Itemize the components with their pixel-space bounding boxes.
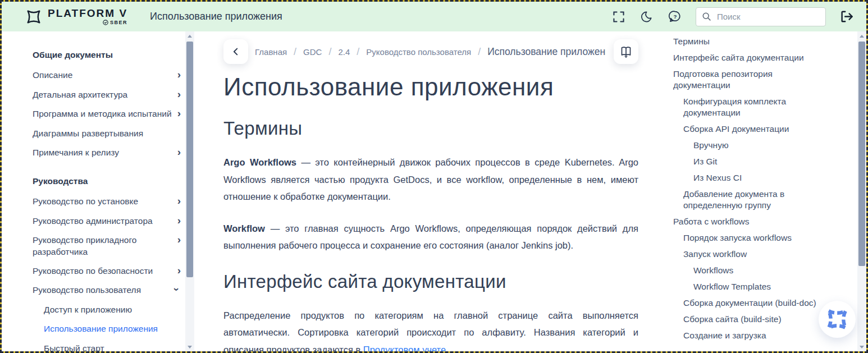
sber-check-icon (103, 20, 108, 25)
left-sidebar: Общие документы Описание › Детальная арх… (2, 31, 185, 351)
sidebar-item-description[interactable]: Описание › (33, 70, 181, 81)
breadcrumb: Главная / GDC / 2.4 / Руководство пользо… (255, 46, 606, 58)
scroll-down-icon[interactable] (185, 342, 194, 351)
logout-icon[interactable] (839, 10, 854, 24)
breadcrumb-separator: / (357, 46, 359, 58)
search-icon (702, 12, 711, 21)
scroll-up-icon[interactable] (185, 31, 194, 40)
toc-item-repo-preparation[interactable]: Подготовка репозитория документации (673, 68, 821, 91)
sidebar-item-app-access[interactable]: Доступ к приложению (33, 304, 181, 315)
sidebar-scrollbar[interactable] (185, 31, 194, 351)
toc-item-build-site[interactable]: Сборка сайта (build-site) (673, 314, 821, 325)
sidebar-item-architecture[interactable]: Детальная архитектура › (33, 89, 181, 100)
sidebar-section-title: Руководства (33, 176, 181, 187)
main-content: Главная / GDC / 2.4 / Руководство пользо… (194, 31, 672, 351)
sber-label: SBER (110, 20, 127, 25)
sidebar-item-deployment-diagrams[interactable]: Диаграммы развертывания (33, 128, 181, 139)
sidebar-item-test-program[interactable]: Программа и методика испытаний › (33, 108, 181, 120)
chevron-right-icon: › (177, 109, 181, 117)
term-workflow: Workflow (223, 223, 265, 233)
toc-item-workflow-launch-order[interactable]: Порядок запуска workflows (673, 232, 821, 244)
sidebar-item-release-notes[interactable]: Примечания к релизу › (33, 147, 181, 158)
section-heading-site-interface: Интерфейс сайта документации (223, 271, 638, 292)
chevron-right-icon: › (177, 90, 181, 98)
sidebar-section-title: Общие документы (33, 49, 181, 61)
sidebar-item-install-guide[interactable]: Руководство по установке › (33, 196, 181, 207)
chevron-right-icon: › (177, 70, 181, 79)
toc-item-site-interface[interactable]: Интерфейс сайта документации (673, 52, 821, 63)
breadcrumb-link-version[interactable]: 2.4 (338, 47, 350, 57)
platform-v-star-blue-icon (824, 306, 851, 333)
sidebar-item-app-usage[interactable]: Использование приложения (33, 323, 181, 334)
sidebar-item-admin-guide[interactable]: Руководство администратора › (33, 216, 181, 227)
toc-item-workflows[interactable]: Workflows (673, 265, 821, 276)
breadcrumb-current: Использование приложения (487, 46, 606, 58)
scrollbar-thumb[interactable] (186, 42, 193, 277)
toc-item-doc-kit-config[interactable]: Конфигурация комплекта документации (673, 96, 821, 118)
breadcrumb-link-gdc[interactable]: GDC (303, 47, 322, 57)
sidebar-item-user-guide[interactable]: Руководство пользователя › (33, 285, 181, 296)
toc-item-terms[interactable]: Термины (673, 36, 821, 47)
term-argo-workflows: Argo Workflows (223, 157, 296, 167)
back-button[interactable] (223, 39, 248, 64)
toc-book-button[interactable] (614, 39, 638, 64)
search-box[interactable] (696, 7, 826, 26)
breadcrumb-separator: / (478, 46, 481, 58)
scrollbar-thumb[interactable] (858, 42, 865, 266)
toc-item-from-nexus-ci[interactable]: Из Nexus CI (673, 172, 821, 184)
page-scrollbar[interactable] (857, 31, 866, 351)
brand-name: PLATFORM V (48, 8, 127, 19)
scroll-down-icon[interactable] (857, 342, 866, 351)
paragraph-argo-workflows: Argo Workflows — это контейнерный движок… (223, 154, 638, 205)
breadcrumb-link-user-guide[interactable]: Руководство пользователя (366, 47, 471, 57)
fullscreen-icon[interactable] (611, 10, 626, 24)
toc-item-from-git[interactable]: Из Git (673, 156, 821, 167)
chevron-right-icon: › (177, 196, 181, 205)
breadcrumb-separator: / (328, 46, 331, 58)
chevron-right-icon: › (177, 148, 181, 156)
product-registry-link[interactable]: Продуктовом учете (363, 345, 446, 351)
paragraph-workflow: Workflow — это главная сущность Argo Wor… (223, 220, 638, 254)
toc-item-working-with-workflows[interactable]: Работа с workflows (673, 216, 821, 227)
help-icon[interactable]: ? (668, 10, 682, 24)
app-window: PLATFORM V SBER Использование приложения (0, 0, 868, 353)
toc-item-workflow-templates[interactable]: Workflow Templates (673, 281, 821, 292)
section-heading-terms: Термины (223, 118, 638, 139)
dark-mode-moon-icon[interactable] (639, 10, 654, 24)
toc-item-add-document-group[interactable]: Добавление документа в определенную груп… (673, 189, 821, 211)
header: PLATFORM V SBER Использование приложения (2, 2, 866, 31)
open-book-icon (619, 45, 633, 58)
brand-logo[interactable]: PLATFORM V SBER (25, 8, 127, 25)
chevron-down-icon: › (172, 288, 181, 291)
toc-item-create-and-upload[interactable]: Создание и загрузка (673, 330, 821, 341)
search-input[interactable] (716, 11, 830, 22)
chevron-right-icon: › (177, 216, 181, 224)
sidebar-item-quick-start[interactable]: Быстрый старт (33, 343, 181, 351)
toc-item-manually[interactable]: Вручную (673, 140, 821, 151)
toc-item-api-doc-build[interactable]: Сборка API документации (673, 123, 821, 135)
breadcrumb-separator: / (294, 46, 296, 58)
page-title-header: Использование приложения (150, 11, 282, 22)
chevron-right-icon: › (177, 266, 181, 274)
sidebar-item-developer-guide[interactable]: Руководство прикладного разработчика › (33, 235, 181, 258)
platform-v-star-icon (25, 8, 42, 25)
article-title: Использование приложения (223, 73, 638, 101)
sidebar-item-security-guide[interactable]: Руководство по безопасности › (33, 265, 181, 277)
paragraph-site-interface: Распределение продуктов по категориям на… (223, 307, 638, 351)
toc-item-workflow-launch[interactable]: Запуск workflow (673, 249, 821, 260)
toc-item-build-doc[interactable]: Сборка документации (build-doc) (673, 297, 821, 309)
chevron-right-icon: › (177, 235, 181, 244)
breadcrumb-link-home[interactable]: Главная (255, 47, 287, 57)
scroll-up-icon[interactable] (857, 31, 866, 40)
svg-text:?: ? (673, 13, 677, 20)
assistant-widget-button[interactable] (819, 301, 856, 338)
